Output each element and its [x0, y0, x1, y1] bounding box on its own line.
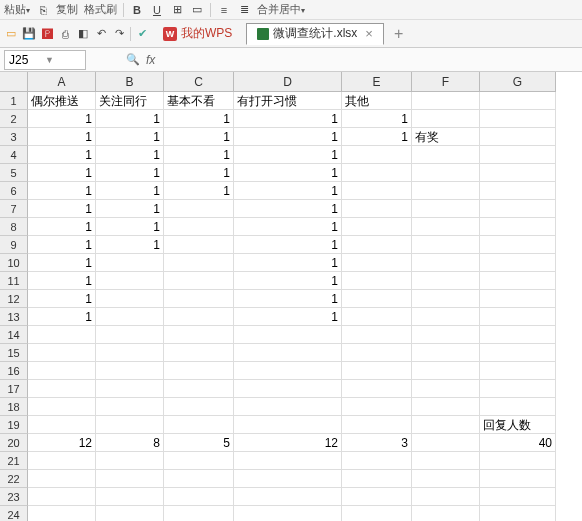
cell-E12[interactable] [342, 290, 412, 308]
cell-C24[interactable] [164, 506, 234, 521]
row-header-10[interactable]: 10 [0, 254, 28, 272]
cell-A12[interactable]: 1 [28, 290, 96, 308]
cell-F23[interactable] [412, 488, 480, 506]
row-header-5[interactable]: 5 [0, 164, 28, 182]
cell-E22[interactable] [342, 470, 412, 488]
cell-F10[interactable] [412, 254, 480, 272]
tab-home[interactable]: W 我的WPS [153, 23, 242, 45]
align-icon-2[interactable]: ≣ [237, 3, 251, 17]
cell-B18[interactable] [96, 398, 164, 416]
cell-A19[interactable] [28, 416, 96, 434]
cell-C19[interactable] [164, 416, 234, 434]
cell-C8[interactable] [164, 218, 234, 236]
row-header-15[interactable]: 15 [0, 344, 28, 362]
cell-A22[interactable] [28, 470, 96, 488]
cell-F4[interactable] [412, 146, 480, 164]
cell-C12[interactable] [164, 290, 234, 308]
cell-A11[interactable]: 1 [28, 272, 96, 290]
cell-D24[interactable] [234, 506, 342, 521]
cell-E5[interactable] [342, 164, 412, 182]
col-header-B[interactable]: B [96, 72, 164, 92]
cell-E4[interactable] [342, 146, 412, 164]
cell-D2[interactable]: 1 [234, 110, 342, 128]
cell-C23[interactable] [164, 488, 234, 506]
cell-G11[interactable] [480, 272, 556, 290]
cell-E18[interactable] [342, 398, 412, 416]
paste-btn[interactable]: 粘贴▾ [4, 2, 30, 17]
cell-B24[interactable] [96, 506, 164, 521]
cell-C5[interactable]: 1 [164, 164, 234, 182]
cell-E20[interactable]: 3 [342, 434, 412, 452]
cell-G9[interactable] [480, 236, 556, 254]
format-painter-btn[interactable]: 格式刷 [84, 2, 117, 17]
cell-C6[interactable]: 1 [164, 182, 234, 200]
cell-D3[interactable]: 1 [234, 128, 342, 146]
cell-D19[interactable] [234, 416, 342, 434]
cell-B5[interactable]: 1 [96, 164, 164, 182]
cell-B1[interactable]: 关注同行 [96, 92, 164, 110]
cell-D22[interactable] [234, 470, 342, 488]
cell-A23[interactable] [28, 488, 96, 506]
cell-F13[interactable] [412, 308, 480, 326]
cell-F22[interactable] [412, 470, 480, 488]
new-icon[interactable]: ▭ [4, 27, 18, 41]
cell-E3[interactable]: 1 [342, 128, 412, 146]
select-all-corner[interactable] [0, 72, 28, 92]
name-box[interactable]: J25 ▼ [4, 50, 86, 70]
cell-G16[interactable] [480, 362, 556, 380]
cell-E8[interactable] [342, 218, 412, 236]
cell-B10[interactable] [96, 254, 164, 272]
cell-D15[interactable] [234, 344, 342, 362]
cell-E6[interactable] [342, 182, 412, 200]
cell-G10[interactable] [480, 254, 556, 272]
cell-B8[interactable]: 1 [96, 218, 164, 236]
cell-F17[interactable] [412, 380, 480, 398]
cell-E7[interactable] [342, 200, 412, 218]
cell-D7[interactable]: 1 [234, 200, 342, 218]
cell-B16[interactable] [96, 362, 164, 380]
cell-F16[interactable] [412, 362, 480, 380]
cell-G1[interactable] [480, 92, 556, 110]
tab-close-icon[interactable]: × [365, 26, 373, 41]
cell-B21[interactable] [96, 452, 164, 470]
cell-A2[interactable]: 1 [28, 110, 96, 128]
row-header-8[interactable]: 8 [0, 218, 28, 236]
cell-C9[interactable] [164, 236, 234, 254]
cell-D6[interactable]: 1 [234, 182, 342, 200]
cell-A10[interactable]: 1 [28, 254, 96, 272]
cell-A7[interactable]: 1 [28, 200, 96, 218]
save-icon[interactable]: 💾 [22, 27, 36, 41]
cell-A1[interactable]: 偶尔推送 [28, 92, 96, 110]
cell-E10[interactable] [342, 254, 412, 272]
cell-F15[interactable] [412, 344, 480, 362]
cell-D23[interactable] [234, 488, 342, 506]
row-header-12[interactable]: 12 [0, 290, 28, 308]
cell-B20[interactable]: 8 [96, 434, 164, 452]
cell-D20[interactable]: 12 [234, 434, 342, 452]
cell-E9[interactable] [342, 236, 412, 254]
cell-D1[interactable]: 有打开习惯 [234, 92, 342, 110]
cell-F1[interactable] [412, 92, 480, 110]
row-header-9[interactable]: 9 [0, 236, 28, 254]
cell-G13[interactable] [480, 308, 556, 326]
check-icon[interactable]: ✔ [135, 27, 149, 41]
cell-D9[interactable]: 1 [234, 236, 342, 254]
cell-A9[interactable]: 1 [28, 236, 96, 254]
row-header-6[interactable]: 6 [0, 182, 28, 200]
cell-F12[interactable] [412, 290, 480, 308]
cell-F20[interactable] [412, 434, 480, 452]
row-header-14[interactable]: 14 [0, 326, 28, 344]
cell-E21[interactable] [342, 452, 412, 470]
cell-C11[interactable] [164, 272, 234, 290]
cell-G8[interactable] [480, 218, 556, 236]
cell-B11[interactable] [96, 272, 164, 290]
cell-C3[interactable]: 1 [164, 128, 234, 146]
row-header-13[interactable]: 13 [0, 308, 28, 326]
cell-C1[interactable]: 基本不看 [164, 92, 234, 110]
row-header-21[interactable]: 21 [0, 452, 28, 470]
underline-icon[interactable]: U [150, 3, 164, 17]
cell-C13[interactable] [164, 308, 234, 326]
cell-A24[interactable] [28, 506, 96, 521]
row-header-22[interactable]: 22 [0, 470, 28, 488]
cell-E11[interactable] [342, 272, 412, 290]
